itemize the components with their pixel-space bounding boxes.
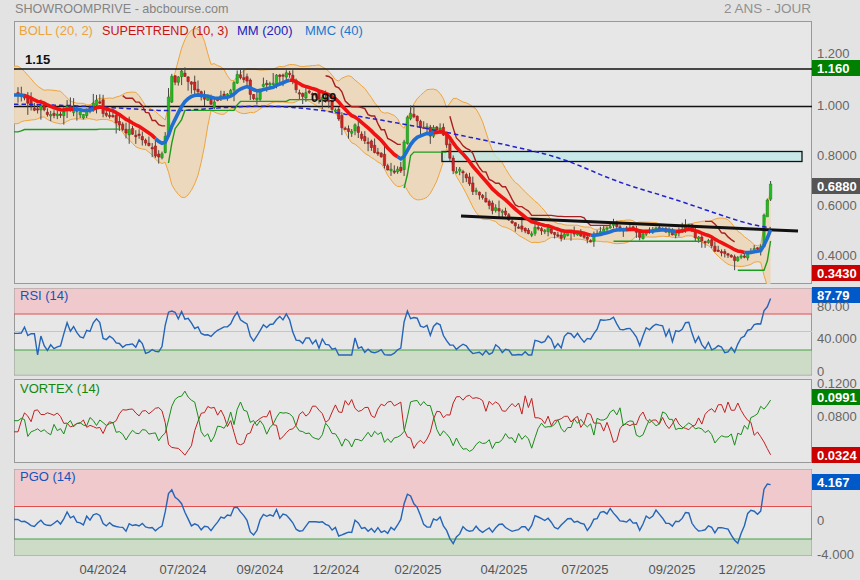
svg-text:2 ANS - JOUR: 2 ANS - JOUR [724,1,811,16]
svg-text:0.4000: 0.4000 [817,248,857,263]
svg-text:-4.000: -4.000 [817,547,854,562]
svg-text:07/2024: 07/2024 [160,562,207,577]
svg-text:4.167: 4.167 [817,475,850,490]
svg-text:0.0800: 0.0800 [817,409,857,424]
svg-text:PGO (14): PGO (14) [20,469,76,484]
svg-text:0.6000: 0.6000 [817,198,857,213]
svg-text:04/2025: 04/2025 [481,562,528,577]
svg-text:BOLL (20, 2): BOLL (20, 2) [19,23,93,38]
svg-text:80.00: 80.00 [817,299,850,314]
svg-text:0.1200: 0.1200 [817,376,857,391]
svg-text:MMC (40): MMC (40) [305,23,363,38]
svg-text:09/2024: 09/2024 [237,562,284,577]
svg-text:02/2025: 02/2025 [395,562,442,577]
svg-text:09/2025: 09/2025 [649,562,696,577]
svg-text:0.3430: 0.3430 [817,266,857,281]
svg-text:0.6880: 0.6880 [817,179,857,194]
svg-text:SUPERTREND (10, 3): SUPERTREND (10, 3) [102,24,228,38]
svg-text:RSI (14): RSI (14) [20,288,68,303]
svg-text:SHOWROOMPRIVE - abcbourse.com: SHOWROOMPRIVE - abcbourse.com [15,2,228,16]
svg-text:40.000: 40.000 [817,331,857,346]
svg-text:MM (200): MM (200) [237,23,293,38]
svg-text:0.99: 0.99 [311,90,336,105]
svg-text:1.15: 1.15 [25,52,50,67]
svg-text:0.8000: 0.8000 [817,148,857,163]
svg-text:1.200: 1.200 [817,46,850,61]
svg-text:1.160: 1.160 [817,61,850,76]
svg-text:0.0991: 0.0991 [817,390,857,405]
svg-text:12/2024: 12/2024 [313,562,360,577]
svg-text:VORTEX (14): VORTEX (14) [20,381,100,396]
svg-text:04/2024: 04/2024 [80,562,127,577]
svg-text:0: 0 [817,513,824,528]
svg-text:07/2025: 07/2025 [562,562,609,577]
svg-text:1.000: 1.000 [817,98,850,113]
svg-text:0.0324: 0.0324 [817,448,858,463]
svg-text:12/2025: 12/2025 [719,562,766,577]
